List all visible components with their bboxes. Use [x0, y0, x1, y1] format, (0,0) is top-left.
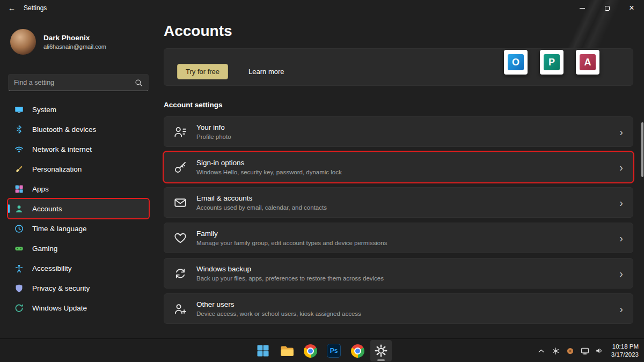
close-icon: ×: [629, 4, 634, 12]
sidebar-item-privacy-security[interactable]: Privacy & security: [8, 278, 149, 298]
network-icon: [14, 145, 24, 154]
sidebar-item-label: Bluetooth & devices: [32, 125, 96, 134]
tray-icon-1[interactable]: [551, 346, 561, 356]
sidebar-item-label: Privacy & security: [32, 284, 90, 292]
learn-more-link[interactable]: Learn more: [248, 68, 284, 76]
outlook-icon: O: [504, 50, 528, 75]
cast-display-icon[interactable]: [580, 346, 590, 356]
sign-in-key-icon: [174, 161, 187, 174]
access-icon: A: [576, 50, 599, 75]
sidebar-item-apps[interactable]: Apps: [8, 179, 149, 198]
sidebar-item-bluetooth-devices[interactable]: Bluetooth & devices: [8, 120, 149, 139]
sidebar-item-time-language[interactable]: Time & language: [8, 219, 149, 238]
sidebar-item-accessibility[interactable]: Accessibility: [8, 258, 149, 278]
window-title: Settings: [24, 4, 47, 12]
clock-date: 3/17/2023: [611, 351, 639, 359]
windows-backup-icon: [174, 267, 187, 280]
system-icon: [14, 105, 24, 114]
sidebar-item-label: Apps: [32, 185, 49, 193]
volume-icon[interactable]: [595, 346, 604, 356]
start-button[interactable]: [252, 340, 274, 361]
sidebar-item-label: Accounts: [32, 205, 62, 213]
chevron-right-icon: ›: [619, 162, 623, 173]
family-icon: [174, 232, 187, 245]
settings-button[interactable]: [370, 340, 392, 361]
sidebar-nav: System Bluetooth & devices Network & int…: [8, 100, 149, 317]
taskbar-clock[interactable]: 10:18 PM 3/17/2023: [611, 343, 639, 359]
search-icon: [135, 79, 143, 87]
chevron-right-icon: ›: [619, 197, 623, 208]
chevron-right-icon: ›: [619, 304, 623, 314]
sidebar-item-label: Windows Update: [32, 304, 87, 312]
maximize-button[interactable]: [595, 0, 619, 16]
sidebar-item-system[interactable]: System: [8, 100, 149, 119]
card-subtitle: Manage your family group, edit account t…: [196, 240, 610, 246]
gear-icon: [375, 344, 387, 357]
sidebar-item-label: Personalization: [32, 165, 82, 173]
card-title: Email & accounts: [196, 194, 610, 202]
privacy-icon: [14, 284, 24, 293]
chrome-icon: [304, 344, 317, 358]
sidebar-item-label: System: [32, 106, 56, 114]
minimize-button[interactable]: [570, 0, 595, 16]
chrome-profile-button[interactable]: [347, 340, 368, 361]
minimize-icon: [580, 8, 585, 9]
your-info-icon: [174, 125, 187, 138]
sidebar-item-personalization[interactable]: Personalization: [8, 159, 149, 179]
card-your-info[interactable]: Your info Profile photo ›: [164, 116, 633, 147]
photoshop-button[interactable]: Ps: [323, 340, 345, 361]
accounts-icon: [14, 204, 24, 213]
card-subtitle: Device access, work or school users, kio…: [196, 311, 610, 317]
page-title: Accounts: [164, 23, 633, 40]
settings-sidebar: Dark Phoenix ali6hasnain@gmail.com Syste…: [0, 16, 156, 338]
chevron-right-icon: ›: [619, 127, 623, 137]
card-subtitle: Accounts used by email, calendar, and co…: [196, 204, 610, 211]
tray-chevron-up-icon[interactable]: [537, 346, 546, 356]
search-input[interactable]: [14, 79, 135, 86]
card-family[interactable]: Family Manage your family group, edit ac…: [164, 223, 633, 253]
card-windows-backup[interactable]: Windows backup Back up your files, apps,…: [164, 258, 633, 289]
sidebar-item-accounts[interactable]: Accounts: [8, 199, 149, 218]
publisher-icon: P: [540, 50, 564, 75]
card-title: Windows backup: [196, 265, 610, 273]
titlebar: ← Settings ×: [0, 0, 644, 16]
scrollbar-thumb[interactable]: [641, 122, 643, 177]
maximize-icon: [605, 6, 610, 11]
accounts-page: Accounts Try for free Learn more O P A A…: [156, 16, 644, 338]
accessibility-icon: [14, 264, 24, 273]
sidebar-item-label: Time & language: [32, 225, 87, 233]
card-sign-in-options[interactable]: Sign-in options Windows Hello, security …: [164, 152, 633, 182]
personalization-icon: [14, 165, 24, 174]
user-email: ali6hasnain@gmail.com: [43, 43, 106, 50]
card-title: Family: [196, 230, 610, 238]
email-accounts-icon: [174, 196, 187, 209]
back-button[interactable]: ←: [0, 0, 24, 16]
card-email-accounts[interactable]: Email & accounts Accounts used by email,…: [164, 187, 633, 218]
section-label: Account settings: [164, 101, 633, 109]
search-box[interactable]: [8, 74, 149, 91]
gaming-icon: [14, 244, 24, 253]
card-title: Your info: [196, 123, 610, 131]
sidebar-item-network-internet[interactable]: Network & internet: [8, 139, 149, 159]
user-profile[interactable]: Dark Phoenix ali6hasnain@gmail.com: [8, 29, 149, 55]
tray-icon-2[interactable]: [566, 346, 575, 356]
file-explorer-button[interactable]: [276, 340, 297, 361]
chrome-button[interactable]: [299, 340, 321, 361]
apps-icon: [14, 184, 24, 194]
card-subtitle: Windows Hello, security key, password, d…: [196, 169, 610, 175]
card-title: Other users: [196, 300, 610, 308]
card-title: Sign-in options: [196, 159, 610, 167]
avatar: [10, 29, 36, 55]
chevron-right-icon: ›: [619, 233, 623, 243]
sidebar-item-windows-update[interactable]: Windows Update: [8, 298, 149, 317]
windows-update-icon: [14, 304, 24, 313]
card-other-users[interactable]: Other users Device access, work or schoo…: [164, 293, 633, 324]
microsoft365-promo-card: Try for free Learn more O P A: [164, 48, 633, 86]
close-button[interactable]: ×: [619, 0, 644, 16]
photoshop-icon: Ps: [327, 344, 341, 358]
bluetooth-icon: [14, 125, 24, 134]
folder-icon: [280, 344, 294, 358]
try-for-free-button[interactable]: Try for free: [177, 64, 228, 79]
sidebar-item-gaming[interactable]: Gaming: [8, 239, 149, 258]
office-app-tiles: O P A: [504, 50, 599, 75]
